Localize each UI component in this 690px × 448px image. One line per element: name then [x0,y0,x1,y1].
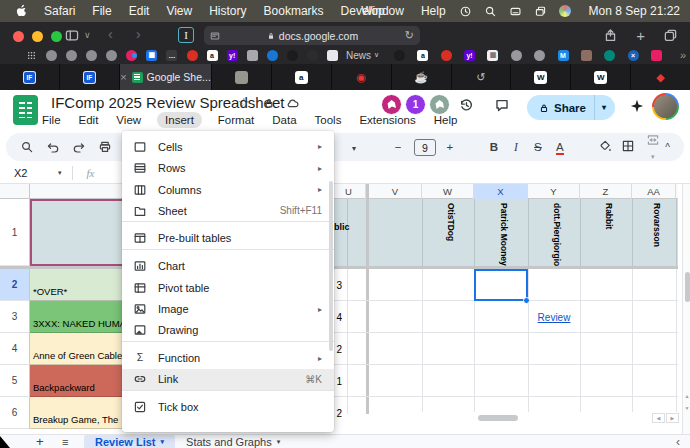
status-icon[interactable] [484,5,497,18]
favorites-overflow-button[interactable]: » [680,49,686,61]
collapse-panel-icon[interactable]: ‹ [676,435,680,448]
browser-tab[interactable]: a [271,64,331,90]
toolbar-icon[interactable] [46,140,60,154]
bookmark-favicon[interactable]: a [417,50,428,61]
sheet-tab[interactable]: Review List ▾ [84,435,175,448]
menu-scrollbar-thumb[interactable] [329,181,333,351]
browser-tab[interactable]: × Google She... [119,64,211,90]
row-header[interactable]: 2 [0,269,30,301]
sheet-tab[interactable]: Stats and Graphs ▾ [175,435,291,448]
share-dropdown-icon[interactable]: ▾ [595,103,613,112]
column-header[interactable]: W [422,184,474,199]
column-header[interactable]: X [474,184,528,199]
reviewer-name-partial[interactable]: blic [334,222,350,232]
sheets-menu-item[interactable]: Insert [157,112,202,128]
selected-cell[interactable] [474,269,528,301]
scroll-up-button[interactable]: ▲ [683,390,690,401]
bookmark-favicon[interactable] [126,50,137,61]
status-icon[interactable] [459,5,472,18]
bookmark-favicon[interactable] [66,50,77,61]
sheets-logo[interactable] [13,95,38,125]
add-sheet-button[interactable]: + [36,434,44,448]
insert-menu-item[interactable]: Tick box [122,397,334,419]
column-header[interactable]: U [332,184,366,199]
browser-tab[interactable]: W [510,64,570,90]
sheets-menu-item[interactable]: File [40,112,63,128]
mac-menu-item[interactable]: File [92,4,111,18]
bookmark-favicon[interactable] [287,50,298,61]
close-window-button[interactable] [13,31,24,42]
select-all-corner[interactable] [0,184,30,199]
reviewer-name[interactable]: Rabbit [604,203,614,266]
address-bar[interactable]: docs.google.com ↻ [204,26,420,45]
toolbar-item[interactable]: ▾ [348,141,360,153]
apple-menu-icon[interactable] [14,4,28,19]
bookmark-favicon[interactable] [327,50,338,61]
mac-menu-item[interactable]: Safari [44,4,75,18]
share-button[interactable]: Share ▾ [527,95,615,120]
toolbar-icon[interactable] [20,140,34,154]
page-settings-icon[interactable] [209,30,221,42]
bookmark-favicon[interactable] [187,50,198,61]
extension-button[interactable]: I [178,27,194,43]
bookmark-favicon[interactable] [26,50,37,61]
sheet-tab-dropdown-icon[interactable]: ▾ [277,438,281,446]
scroll-right-button[interactable]: ▶ [666,413,679,423]
insert-menu-item[interactable]: Chart [122,256,334,278]
mac-menu-item[interactable]: Bookmarks [264,4,324,18]
title-action-icon[interactable]: ☆ [238,96,252,110]
bookmark-favicon[interactable] [86,50,97,61]
toolbar-item[interactable]: I [510,141,522,153]
bookmark-favicon[interactable]: M [558,50,569,61]
row-header[interactable]: 4 [0,333,30,365]
insert-menu-item[interactable]: Columns ▸ [122,179,334,201]
bookmark-favicon[interactable] [394,50,405,61]
toolbar-item[interactable]: ▾ [643,133,662,161]
browser-tab[interactable]: ↺ [451,64,511,90]
title-action-icon[interactable] [286,96,300,110]
toolbar-item[interactable]: 9 [414,139,434,156]
sidebar-chevron-icon[interactable]: ∨ [84,30,91,40]
insert-menu-item[interactable]: Pivot table [122,277,334,299]
new-tab-button[interactable]: + [636,27,645,44]
sheets-menu-item[interactable]: View [114,112,143,128]
scroll-left-button[interactable]: ◀ [652,413,665,423]
bookmark-favicon[interactable]: a [207,50,218,61]
bookmark-favicon[interactable]: y! [464,50,475,61]
browser-tab[interactable]: ☕ [391,64,451,90]
bookmark-favicon[interactable]: × [628,50,639,61]
scroll-down-button[interactable]: ▼ [683,402,690,413]
vertical-scrollbar[interactable]: ▲ ▼ [682,184,690,434]
insert-menu-item[interactable]: Sheet Shift+F11 [122,201,334,223]
bookmark-favicon[interactable]: … [166,50,177,61]
insert-menu-item[interactable]: Σ Function ▸ [122,348,334,370]
column-header[interactable]: AA [632,184,676,199]
doc-action-icon[interactable] [494,97,510,113]
user-avatar[interactable] [652,93,679,120]
insert-menu-item[interactable]: Image ▸ [122,299,334,321]
insert-menu-item[interactable]: Drawing [122,320,334,342]
reviewer-name[interactable]: OtisTDog [446,203,456,266]
title-action-icon[interactable] [262,96,276,110]
status-icon[interactable] [559,5,572,18]
review-link[interactable]: Review [538,312,571,323]
sheets-menu-item[interactable]: Data [270,112,298,128]
toolbar-item[interactable]: + [444,141,456,153]
reviewer-name[interactable]: dott.Piergiorgio [552,203,562,266]
reload-button[interactable]: ↻ [405,29,414,42]
status-icon[interactable] [534,5,547,18]
game-title-cell[interactable]: Anne of Green Cables [30,333,125,365]
toolbar-item[interactable] [621,139,634,155]
insert-menu-item[interactable]: Pre-built tables [122,228,334,250]
toolbar-collapse-button[interactable]: ^ [665,142,670,153]
news-folder[interactable]: News ∨ [346,50,379,61]
bookmark-favicon[interactable] [307,50,318,61]
mac-menu-item[interactable]: View [166,4,192,18]
column-header[interactable]: Y [528,184,580,199]
bookmark-favicon[interactable] [511,50,522,61]
toolbar-icon[interactable] [72,140,86,154]
bookmark-favicon[interactable] [247,50,258,61]
browser-tab[interactable]: W [570,64,630,90]
browser-tab[interactable] [211,64,271,90]
collaborator-avatar[interactable] [381,94,402,115]
